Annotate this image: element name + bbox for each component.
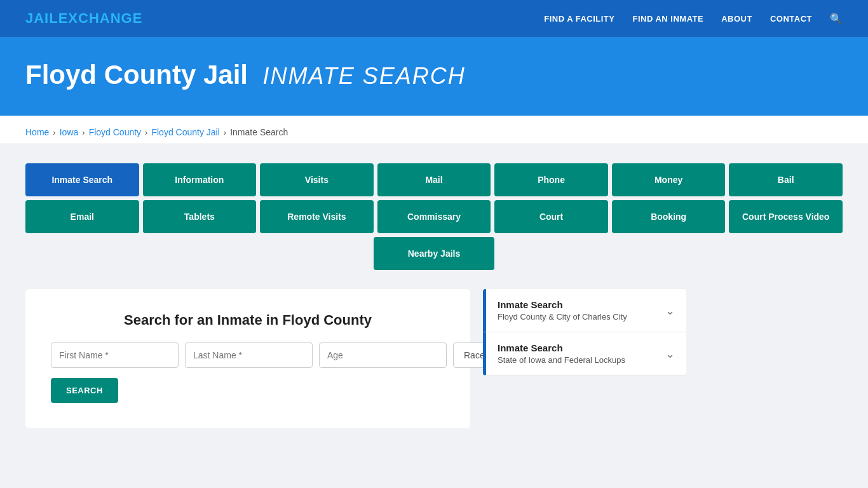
search-button[interactable]: SEARCH [51,378,118,403]
tile-tablets[interactable]: Tablets [143,200,257,233]
first-name-field[interactable] [51,342,179,368]
breadcrumb-floyd-county[interactable]: Floyd County [89,127,141,137]
tile-inmate-search[interactable]: Inmate Search [25,163,139,196]
breadcrumb-iowa[interactable]: Iowa [60,127,79,137]
last-name-field[interactable] [185,342,313,368]
sidebar-item-iowa-subtitle: State of Iowa and Federal Lockups [498,355,625,365]
main-content: Inmate Search Information Visits Mail Ph… [0,144,868,447]
breadcrumb-sep-1: › [53,128,55,137]
tiles-row3: Nearby Jails [25,237,843,270]
tile-phone[interactable]: Phone [494,163,608,196]
tiles-row1: Inmate Search Information Visits Mail Ph… [25,163,843,196]
hero-banner: Floyd County Jail INMATE SEARCH [0,37,868,116]
sidebar-item-floyd-county[interactable]: Inmate Search Floyd County & City of Cha… [483,289,686,332]
nav-about[interactable]: ABOUT [721,14,752,24]
sidebar-item-iowa-federal[interactable]: Inmate Search State of Iowa and Federal … [483,332,686,376]
page-title: Floyd County Jail INMATE SEARCH [25,60,843,90]
logo-exchange: EXCHANGE [58,10,143,26]
content-area: Search for an Inmate in Floyd County Rac… [25,289,843,428]
tile-court[interactable]: Court [494,200,608,233]
tile-money[interactable]: Money [612,163,726,196]
chevron-down-icon: ⌄ [665,304,675,318]
age-field[interactable] [319,342,447,368]
main-nav: FIND A FACILITY FIND AN INMATE ABOUT CON… [544,13,843,25]
breadcrumb: Home › Iowa › Floyd County › Floyd Count… [0,116,868,144]
nav-contact[interactable]: CONTACT [770,14,812,24]
nav-find-facility[interactable]: FIND A FACILITY [544,14,614,24]
tile-email[interactable]: Email [25,200,139,233]
search-form-box: Search for an Inmate in Floyd County Rac… [25,289,470,428]
tile-bail[interactable]: Bail [729,163,843,196]
sidebar-item-floyd-title: Inmate Search [498,299,627,310]
tile-information[interactable]: Information [143,163,257,196]
breadcrumb-sep-3: › [145,128,147,137]
sidebar-item-floyd-subtitle: Floyd County & City of Charles City [498,312,627,322]
tile-visits[interactable]: Visits [260,163,374,196]
hero-title-sub: INMATE SEARCH [262,63,465,89]
search-form-title: Search for an Inmate in Floyd County [51,312,445,329]
hero-title-main: Floyd County Jail [25,60,248,90]
nav-find-inmate[interactable]: FIND AN INMATE [632,14,703,24]
tile-court-process-video[interactable]: Court Process Video [729,200,843,233]
tile-mail[interactable]: Mail [377,163,491,196]
logo[interactable]: JAILEXCHANGE [25,10,142,27]
breadcrumb-home[interactable]: Home [25,127,49,137]
logo-jail: JAIL [25,10,58,26]
search-form-fields: Race White Black Hispanic Asian Native A… [51,342,445,368]
search-icon[interactable]: 🔍 [830,13,843,25]
sidebar: Inmate Search Floyd County & City of Cha… [483,289,686,376]
sidebar-item-iowa-text: Inmate Search State of Iowa and Federal … [498,342,625,365]
sidebar-item-iowa-title: Inmate Search [498,342,625,353]
breadcrumb-sep-4: › [224,128,226,137]
breadcrumb-current: Inmate Search [230,127,288,137]
tile-nearby-jails[interactable]: Nearby Jails [374,237,494,270]
chevron-down-icon-2: ⌄ [665,347,675,361]
sidebar-item-floyd-county-text: Inmate Search Floyd County & City of Cha… [498,299,627,322]
header: JAILEXCHANGE FIND A FACILITY FIND AN INM… [0,0,868,37]
breadcrumb-floyd-county-jail[interactable]: Floyd County Jail [151,127,219,137]
tile-remote-visits[interactable]: Remote Visits [260,200,374,233]
breadcrumb-sep-2: › [82,128,85,137]
tile-booking[interactable]: Booking [612,200,726,233]
tiles-row2: Email Tablets Remote Visits Commissary C… [25,200,843,233]
tile-commissary[interactable]: Commissary [377,200,491,233]
